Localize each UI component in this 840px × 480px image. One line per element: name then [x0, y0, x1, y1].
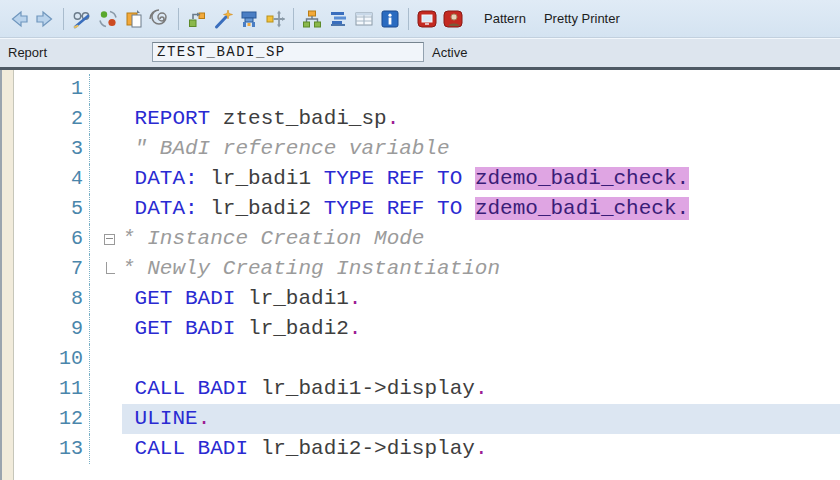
fold-margin: [90, 164, 122, 194]
line-number: 10: [15, 344, 90, 374]
forward-button[interactable]: [32, 6, 58, 32]
fold-margin: [90, 74, 122, 104]
toolbar: Pattern Pretty Printer: [0, 0, 840, 38]
object-hierarchy-button[interactable]: [299, 6, 325, 32]
fold-collapse-icon[interactable]: [104, 234, 115, 245]
fold-margin[interactable]: [90, 224, 122, 254]
display-change-button[interactable]: [69, 6, 95, 32]
code-text[interactable]: * Instance Creation Mode: [122, 224, 840, 254]
cross-arrows-icon: [264, 8, 286, 30]
glasses-pen-icon: [71, 8, 93, 30]
copy-clipboard-icon: [123, 8, 145, 30]
code-text[interactable]: ULINE.: [122, 404, 840, 434]
pretty-printer-button[interactable]: Pretty Printer: [544, 11, 620, 26]
code-line-7[interactable]: 7* Newly Creating Instantiation: [15, 254, 840, 284]
spiral-icon: [149, 8, 171, 30]
table-grid-icon: [353, 8, 375, 30]
fold-margin: [90, 434, 122, 464]
code-text[interactable]: " BAdI reference variable: [122, 134, 840, 164]
code-text[interactable]: DATA: lr_badi2 TYPE REF TO zdemo_badi_ch…: [122, 194, 840, 224]
code-text[interactable]: DATA: lr_badi1 TYPE REF TO zdemo_badi_ch…: [122, 164, 840, 194]
fold-margin: [90, 314, 122, 344]
navigate-button[interactable]: [262, 6, 288, 32]
fold-margin: [90, 104, 122, 134]
object-switch-icon: [186, 8, 208, 30]
sort-align-button[interactable]: [325, 6, 351, 32]
line-number: 12: [15, 404, 90, 434]
help-user-button[interactable]: [440, 6, 466, 32]
toolbar-separator: [293, 8, 294, 30]
code-text[interactable]: [122, 74, 840, 104]
code-text[interactable]: GET BADI lr_badi1.: [122, 284, 840, 314]
editor-gutter: [2, 70, 14, 480]
toolbar-separator: [178, 8, 179, 30]
code-line-11[interactable]: 11 CALL BADI lr_badi1->display.: [15, 374, 840, 404]
code-line-2[interactable]: 2 REPORT ztest_badi_sp.: [15, 104, 840, 134]
forward-arrow-icon: [34, 8, 56, 30]
code-line-8[interactable]: 8 GET BADI lr_badi1.: [15, 284, 840, 314]
line-number: 1: [15, 74, 90, 104]
code-text[interactable]: CALL BADI lr_badi2->display.: [122, 434, 840, 464]
line-number: 3: [15, 134, 90, 164]
line-number: 6: [15, 224, 90, 254]
help-user-icon: [442, 8, 464, 30]
line-number: 5: [15, 194, 90, 224]
code-line-1[interactable]: 1: [15, 74, 840, 104]
copy-button[interactable]: [121, 6, 147, 32]
report-name-input[interactable]: ZTEST_BADI_SP: [152, 42, 424, 62]
magic-wand-icon: [212, 8, 234, 30]
code-line-6[interactable]: 6* Instance Creation Mode: [15, 224, 840, 254]
code-text[interactable]: [122, 344, 840, 374]
code-text[interactable]: * Newly Creating Instantiation: [122, 254, 840, 284]
line-number: 4: [15, 164, 90, 194]
report-label: Report: [8, 45, 47, 60]
pattern-button[interactable]: Pattern: [484, 11, 526, 26]
code-lines: 12 REPORT ztest_badi_sp.3 " BAdI referen…: [15, 74, 840, 464]
code-text[interactable]: GET BADI lr_badi2.: [122, 314, 840, 344]
code-line-4[interactable]: 4 DATA: lr_badi1 TYPE REF TO zdemo_badi_…: [15, 164, 840, 194]
info-button[interactable]: [377, 6, 403, 32]
indent-bars-icon: [327, 8, 349, 30]
code-line-10[interactable]: 10: [15, 344, 840, 374]
refresh-cycle-icon: [97, 8, 119, 30]
table-view-button[interactable]: [351, 6, 377, 32]
line-number: 7: [15, 254, 90, 284]
back-button[interactable]: [6, 6, 32, 32]
fold-margin: [90, 404, 122, 434]
code-line-12[interactable]: 12 ULINE.: [15, 404, 840, 434]
where-used-button[interactable]: [147, 6, 173, 32]
fold-margin: [90, 374, 122, 404]
line-number: 13: [15, 434, 90, 464]
sap-abap-editor-window: Pattern Pretty Printer Report ZTEST_BADI…: [0, 0, 840, 480]
hierarchy-icon: [301, 8, 323, 30]
fold-margin: [90, 284, 122, 314]
fold-margin: [90, 194, 122, 224]
fold-margin: [90, 344, 122, 374]
line-number: 9: [15, 314, 90, 344]
code-line-13[interactable]: 13 CALL BADI lr_badi2->display.: [15, 434, 840, 464]
syntax-check-button[interactable]: [236, 6, 262, 32]
info-icon: [379, 8, 401, 30]
line-number: 11: [15, 374, 90, 404]
status-active-label: Active: [432, 45, 467, 60]
code-text[interactable]: REPORT ztest_badi_sp.: [122, 104, 840, 134]
check-machine-icon: [238, 8, 260, 30]
code-text[interactable]: CALL BADI lr_badi1->display.: [122, 374, 840, 404]
code-line-3[interactable]: 3 " BAdI reference variable: [15, 134, 840, 164]
other-object-button[interactable]: [184, 6, 210, 32]
abap-code-editor[interactable]: 12 REPORT ztest_badi_sp.3 " BAdI referen…: [0, 70, 840, 480]
toolbar-separator: [408, 8, 409, 30]
help-display-button[interactable]: [414, 6, 440, 32]
refresh-button[interactable]: [95, 6, 121, 32]
line-number: 2: [15, 104, 90, 134]
back-arrow-icon: [8, 8, 30, 30]
code-line-9[interactable]: 9 GET BADI lr_badi2.: [15, 314, 840, 344]
line-number: 8: [15, 284, 90, 314]
toolbar-separator: [63, 8, 64, 30]
fold-margin: [90, 134, 122, 164]
fold-corner-icon: [106, 262, 115, 274]
code-line-5[interactable]: 5 DATA: lr_badi2 TYPE REF TO zdemo_badi_…: [15, 194, 840, 224]
fold-margin: [90, 254, 122, 284]
pattern-wand-button[interactable]: [210, 6, 236, 32]
help-display-icon: [416, 8, 438, 30]
